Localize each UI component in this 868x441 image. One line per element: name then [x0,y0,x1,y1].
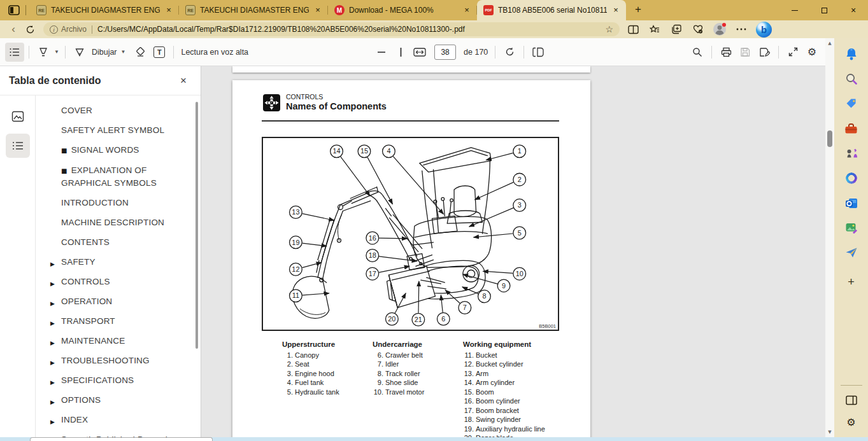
sidebar-search-icon[interactable] [844,72,858,86]
back-button[interactable]: ‹ [5,22,22,37]
toc-item[interactable]: ▶OPTIONS [61,394,194,406]
collections-icon[interactable] [669,22,683,36]
search-document-button[interactable] [688,43,707,62]
add-sidebar-app-button[interactable]: + [848,276,855,289]
sidebar-settings-icon[interactable]: ⚙ [844,416,858,430]
toc-scrollbar-thumb[interactable] [196,102,198,349]
callout-number: 17 [369,270,376,277]
shopping-tag-icon[interactable] [844,97,858,111]
close-button[interactable]: × [839,0,868,20]
windows-taskbar-edge[interactable] [0,437,868,441]
pdf-settings-button[interactable]: ⚙ [802,43,822,62]
games-icon[interactable] [844,146,858,160]
taskbar-search-box[interactable] [30,437,213,441]
toc-item[interactable]: INTRODUCTION [61,197,194,209]
expand-arrow-icon[interactable]: ▶ [50,298,55,310]
tab-close-icon[interactable]: × [462,5,472,15]
excavator-drawing: 123510987621201112191314154161817 [263,138,558,330]
profile-avatar[interactable] [713,22,727,36]
save-as-button[interactable] [755,43,774,62]
tab-layout-icon[interactable] [8,4,20,16]
expand-arrow-icon[interactable]: ▶ [50,396,55,409]
add-text-button[interactable]: T [150,43,169,62]
tab-pdf-active[interactable]: PDF TB108 AB5E006 serial No108113 × [477,0,626,20]
tab-close-icon[interactable]: × [313,5,323,15]
toc-item[interactable]: ▶OPERATION [61,295,194,307]
contents-view-button[interactable] [6,134,30,158]
new-tab-button[interactable]: + [630,2,646,18]
expand-arrow-icon[interactable]: ▶ [50,337,55,349]
page-view-button[interactable] [529,43,548,62]
zoom-out-button[interactable] [372,43,391,62]
zoom-slider-handle[interactable] [391,43,410,62]
expand-arrow-icon[interactable]: ▶ [50,416,55,428]
maximize-button[interactable] [809,0,839,20]
toc-item[interactable]: ▶SAFETY [61,256,194,268]
tab-close-icon[interactable]: × [164,5,174,15]
rotate-button[interactable] [500,43,519,62]
pdf-scrollbar[interactable]: ▲ ▼ [825,38,834,437]
thumbnails-view-button[interactable] [6,104,30,129]
scroll-down-icon[interactable]: ▼ [828,430,831,435]
page-number-input[interactable]: 38 [434,45,456,60]
outlook-icon[interactable] [844,196,858,210]
toc-panel: Tabla de contenido × COVERSAFETY ALERT S… [0,66,201,437]
highlighter-button[interactable] [34,43,53,62]
split-screen-icon[interactable] [626,22,640,36]
drop-paperplane-icon[interactable] [844,246,858,260]
favorites-icon[interactable] [648,22,662,36]
designer-image-icon[interactable] [844,221,858,235]
toc-item[interactable]: ▶TROUBLESHOOTING [61,354,194,367]
draw-button[interactable] [70,43,89,62]
toc-item[interactable]: ■SIGNAL WORDS [61,144,194,157]
fit-to-width-button[interactable] [410,43,429,62]
url-text[interactable]: C:/Users/MC/AppData/Local/Temp/Rar$DIa17… [97,25,600,34]
bing-copilot-icon[interactable]: b [756,22,772,38]
callout-number: 7 [463,304,467,311]
expand-arrow-icon[interactable]: ▶ [50,318,55,330]
expand-arrow-icon[interactable]: ▶ [50,278,55,290]
print-button[interactable] [716,43,736,62]
expand-arrow-icon[interactable]: ▶ [50,357,55,369]
sidebar-panel-icon[interactable] [844,393,858,407]
toc-item[interactable]: ▶TRANSPORT [61,315,194,327]
save-button[interactable] [736,43,755,62]
file-scheme-indicator[interactable]: i Archivo [50,25,87,34]
toc-item[interactable]: ▶INDEX [61,414,194,426]
toc-item[interactable]: ▶MAINTENANCE [61,335,194,347]
chevron-down-icon[interactable]: ▼ [53,49,60,55]
expand-arrow-icon[interactable]: ▶ [50,377,55,389]
component-item: 17. Boom bracket [463,406,565,416]
eraser-button[interactable] [131,43,150,62]
refresh-button[interactable] [22,22,38,37]
pdf-viewport[interactable]: CONTROLS Names of Components [201,66,825,437]
table-of-contents-button[interactable] [5,43,24,62]
scroll-up-icon[interactable]: ▲ [828,41,831,46]
browser-essentials-icon[interactable] [691,22,705,36]
toc-item[interactable]: ■EXPLANATION OF GRAPHICAL SYMBOLS [61,164,194,189]
minimize-button[interactable] [780,0,809,20]
toc-item[interactable]: ▶CONTROLS [61,276,194,288]
tab-takeuchi-1[interactable]: RE TAKEUCHI DIAGMASTER ENGINE × [30,0,179,20]
more-menu-icon[interactable] [734,22,748,36]
read-aloud-button[interactable]: Lectura en voz alta [178,48,251,57]
fullscreen-button[interactable] [783,43,802,62]
tab-mega-download[interactable]: M Download - MEGA 100% × [328,0,477,20]
toc-close-icon[interactable]: × [175,73,192,89]
tab-takeuchi-2[interactable]: RE TAKEUCHI DIAGMASTER ENGINE × [179,0,328,20]
draw-label[interactable]: Dibujar [89,48,120,57]
scrollbar-thumb[interactable] [827,130,832,147]
tab-close-icon[interactable]: × [611,5,621,15]
notifications-bell-icon[interactable] [844,47,858,61]
favorite-star-icon[interactable]: ☆ [605,24,613,34]
toc-item[interactable]: COVER [61,104,194,116]
chevron-down-icon[interactable]: ▼ [120,49,127,55]
tools-toolbox-icon[interactable] [844,122,858,136]
address-bar[interactable]: i Archivo C:/Users/MC/AppData/Local/Temp… [43,22,620,36]
expand-arrow-icon[interactable]: ▶ [50,258,55,270]
microsoft365-icon[interactable] [844,171,858,185]
toc-item[interactable]: MACHINE DESCRIPTION [61,216,194,228]
toc-item[interactable]: CONTENTS [61,236,194,248]
toc-item[interactable]: SAFETY ALERT SYMBOL [61,124,194,136]
toc-item[interactable]: ▶SPECIFICATIONS [61,374,194,386]
